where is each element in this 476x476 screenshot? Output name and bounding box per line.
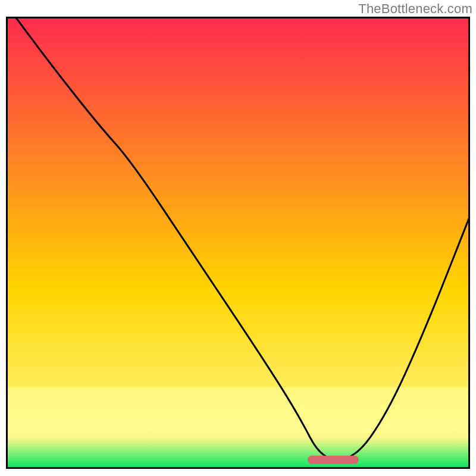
chart-container: TheBottleneck.com (0, 0, 476, 476)
pale-band (6, 387, 470, 433)
chart-svg (6, 17, 470, 469)
plot-area (6, 17, 470, 469)
optimal-marker (308, 456, 359, 464)
watermark-text: TheBottleneck.com (358, 1, 472, 17)
